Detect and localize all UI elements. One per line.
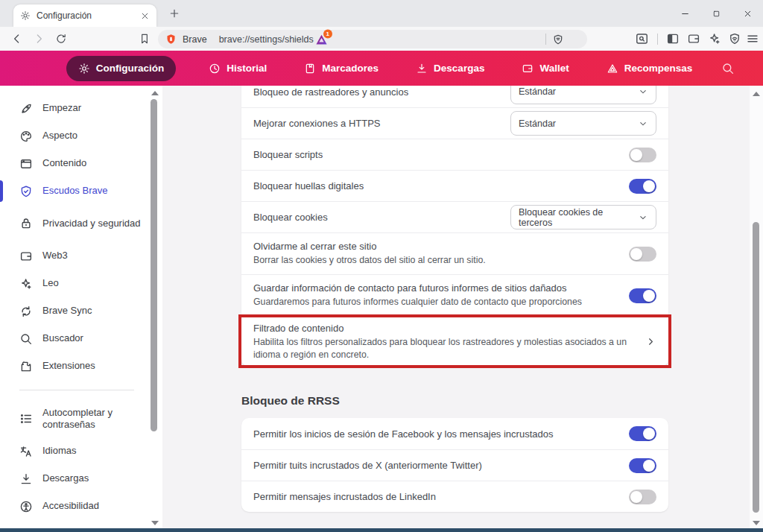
dropdown-bloquear-cookies[interactable]: Bloquear cookies de terceros: [510, 205, 656, 229]
settings-row-permitir-mensajes-incrustados-de-linkedin: Permitir mensajes incrustados de LinkedI…: [241, 481, 668, 512]
row-text: Mejorar conexiones a HTTPS: [253, 118, 381, 129]
address-bar[interactable]: Brave brave://settings/shields 1: [158, 30, 587, 48]
nav-item-label: Historial: [227, 63, 267, 74]
nav-item-marcadores[interactable]: Marcadores: [300, 56, 383, 81]
sidebar-item-web3[interactable]: Web3: [0, 242, 162, 270]
row-text: Bloquear huellas digitales: [253, 180, 364, 191]
sidebar-item-privacidad-y-seguridad[interactable]: Privacidad y seguridad: [0, 205, 162, 242]
maximize-button[interactable]: [700, 0, 732, 27]
minimize-icon: [680, 9, 690, 19]
sidebar-item-contenido[interactable]: Contenido: [0, 150, 162, 177]
toggle-guardar-informacion-de-contacto-para-futuros-informes-de-sitios-danados[interactable]: [629, 288, 656, 303]
toggle-bloquear-huellas-digitales[interactable]: [629, 179, 656, 194]
download-icon: [416, 63, 428, 75]
sidebar-item-empezar[interactable]: Empezar: [0, 95, 162, 122]
browser-tab[interactable]: Configuración: [13, 4, 156, 27]
tab-close-icon[interactable]: [140, 11, 150, 21]
sidebar-item-label: Accesibilidad: [42, 500, 99, 512]
dropdown-mejorar-conexiones-a-https[interactable]: Estándar: [510, 111, 656, 136]
settings-content: Bloqueo de rastreadores y anunciosEstánd…: [162, 86, 750, 532]
shields-icon[interactable]: [552, 34, 564, 45]
sidebar-item-extensiones[interactable]: Extensiones: [0, 352, 162, 380]
new-tab-button[interactable]: [168, 7, 180, 19]
toggle-knob: [643, 460, 655, 472]
nav-item-recompensas[interactable]: Recompensas: [602, 56, 697, 81]
close-button[interactable]: [732, 0, 763, 27]
settings-row-bloquear-scripts: Bloquear scripts: [241, 139, 668, 170]
row-title: Permitir mensajes incrustados de LinkedI…: [253, 491, 436, 502]
settings-row-bloqueo-de-rastreadores-y-anuncios: Bloqueo de rastreadores y anunciosEstánd…: [241, 86, 668, 107]
nav-item-descargas[interactable]: Descargas: [411, 56, 489, 81]
scroll-up-arrow[interactable]: [753, 92, 760, 96]
sidebar-item-idiomas[interactable]: Idiomas: [0, 437, 162, 465]
toggle-olvidarme-al-cerrar-este-sitio[interactable]: [629, 247, 656, 262]
side-panel-icon[interactable]: [666, 32, 680, 45]
toggle-bloquear-scripts[interactable]: [629, 148, 656, 162]
url-text: brave://settings/shields: [219, 34, 314, 45]
chevron-down-icon: [638, 118, 648, 129]
sidebar-item-brave-sync[interactable]: Brave Sync: [0, 297, 162, 325]
sidebar-item-autocompletar-y-contrasenas[interactable]: Autocompletar y contraseñas: [0, 400, 162, 437]
accessibility-icon: [19, 500, 33, 513]
minimize-button[interactable]: [669, 0, 700, 27]
toolbar-separator: [657, 34, 658, 45]
forward-icon[interactable]: [33, 33, 45, 45]
sidebar-item-label: Escudos Brave: [42, 185, 107, 197]
nav-item-label: Recompensas: [624, 63, 693, 74]
scrollbar-thumb[interactable]: [151, 99, 157, 431]
wallet-icon[interactable]: [687, 32, 700, 45]
row-text: Permitir los inicios de sesión de Facebo…: [253, 428, 553, 440]
rewards-button[interactable]: 1: [315, 33, 328, 48]
toggle-permitir-los-inicios-de-sesion-de-facebook-y-los-mensajes-incrustados[interactable]: [629, 426, 656, 441]
wallet-icon: [522, 63, 534, 75]
nav-item-label: Descargas: [434, 63, 484, 74]
nav-item-historial[interactable]: Historial: [204, 56, 271, 81]
dropdown-bloqueo-de-rastreadores-y-anuncios[interactable]: Estándar: [510, 86, 656, 104]
sidebar-item-escudos-brave[interactable]: Escudos Brave: [0, 177, 162, 205]
sidebar-item-descargas[interactable]: Descargas: [0, 465, 162, 493]
sidebar-scrollbar[interactable]: [150, 88, 159, 529]
search-panel-icon[interactable]: [635, 32, 649, 46]
row-text: Permitir tuits incrustados de X (anterio…: [253, 460, 482, 471]
toolbar: Brave brave://settings/shields 1: [0, 27, 763, 51]
wallet-icon: [19, 250, 33, 263]
content-scrollbar[interactable]: [750, 86, 763, 532]
sidebar-item-label: Descargas: [42, 472, 89, 484]
nav-item-label: Marcadores: [322, 63, 379, 74]
reload-icon[interactable]: [55, 33, 67, 45]
leo-icon[interactable]: [708, 32, 721, 45]
sidebar-item-buscador[interactable]: Buscador: [0, 325, 162, 352]
settings-row-olvidarme-al-cerrar-este-sitio: Olvidarme al cerrar este sitioBorrar las…: [241, 232, 668, 274]
settings-row-bloquear-huellas-digitales: Bloquear huellas digitales: [241, 170, 668, 201]
sidebar-item-aspecto[interactable]: Aspecto: [0, 122, 162, 150]
toggle-knob: [643, 180, 655, 192]
back-icon[interactable]: [10, 33, 23, 45]
palette-icon: [19, 130, 33, 143]
sidebar-divider: [19, 390, 134, 390]
toggle-permitir-tuits-incrustados-de-x-anteriormente-twitter[interactable]: [629, 458, 656, 473]
sidebar-item-label: Contenido: [42, 157, 86, 169]
search-icon[interactable]: [721, 62, 735, 75]
row-text: Bloquear cookies: [253, 212, 328, 223]
sidebar-item-label: Buscador: [42, 332, 83, 344]
menu-icon[interactable]: [746, 32, 759, 45]
row-title: Permitir los inicios de sesión de Facebo…: [253, 428, 553, 440]
nav-item-configuracion[interactable]: Configuración: [66, 56, 177, 81]
address-separator: [545, 34, 546, 45]
sidebar-item-leo[interactable]: Leo: [0, 270, 162, 297]
scroll-up-arrow[interactable]: [151, 91, 159, 95]
toggle-knob: [643, 290, 655, 302]
bookmark-icon[interactable]: [139, 33, 151, 45]
toggle-permitir-mensajes-incrustados-de-linkedin[interactable]: [629, 490, 656, 504]
row-subtitle: Guardaremos para futuros informes cualqu…: [253, 296, 582, 308]
scrollbar-thumb[interactable]: [753, 222, 759, 513]
settings-row-filtrado-de-contenido[interactable]: Filtrado de contenidoHabilita los filtro…: [241, 316, 668, 367]
scroll-down-arrow[interactable]: [753, 521, 760, 525]
nav-item-wallet[interactable]: Wallet: [517, 56, 573, 81]
sidebar-item-accesibilidad[interactable]: Accesibilidad: [0, 493, 162, 520]
sidebar-item-label: Brave Sync: [42, 305, 92, 317]
search-icon: [19, 332, 33, 346]
scroll-down-arrow[interactable]: [151, 521, 159, 525]
chevron-right-icon: [645, 336, 656, 347]
vpn-icon[interactable]: [728, 32, 741, 45]
